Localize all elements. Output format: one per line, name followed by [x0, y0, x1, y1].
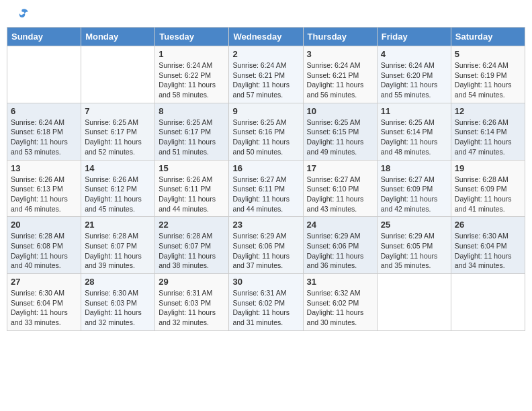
- day-number: 3: [307, 49, 373, 59]
- day-number: 20: [11, 220, 77, 230]
- day-cell: 8Sunrise: 6:25 AMSunset: 6:17 PMDaylight…: [155, 103, 229, 160]
- header-day-thursday: Thursday: [303, 28, 377, 46]
- day-number: 14: [85, 163, 151, 173]
- day-info: Sunrise: 6:32 AMSunset: 6:02 PMDaylight:…: [307, 288, 373, 328]
- day-number: 31: [307, 277, 373, 287]
- day-info: Sunrise: 6:25 AMSunset: 6:17 PMDaylight:…: [85, 118, 151, 157]
- day-info: Sunrise: 6:28 AMSunset: 6:09 PMDaylight:…: [455, 175, 521, 214]
- day-info: Sunrise: 6:24 AMSunset: 6:21 PMDaylight:…: [232, 60, 299, 100]
- day-cell: 25Sunrise: 6:29 AMSunset: 6:05 PMDayligh…: [377, 217, 451, 274]
- day-info: Sunrise: 6:26 AMSunset: 6:11 PMDaylight:…: [159, 175, 225, 214]
- calendar-table: SundayMondayTuesdayWednesdayThursdayFrid…: [7, 27, 525, 331]
- day-info: Sunrise: 6:28 AMSunset: 6:08 PMDaylight:…: [11, 231, 77, 271]
- header-day-sunday: Sunday: [7, 28, 81, 46]
- day-info: Sunrise: 6:27 AMSunset: 6:09 PMDaylight:…: [381, 175, 447, 214]
- day-number: 8: [159, 106, 225, 116]
- day-cell: 12Sunrise: 6:26 AMSunset: 6:14 PMDayligh…: [451, 103, 525, 160]
- day-number: 1: [159, 49, 225, 59]
- day-info: Sunrise: 6:24 AMSunset: 6:21 PMDaylight:…: [307, 60, 373, 100]
- day-number: 25: [381, 220, 447, 230]
- day-number: 22: [159, 220, 225, 230]
- day-cell: 3Sunrise: 6:24 AMSunset: 6:21 PMDaylight…: [303, 46, 377, 103]
- day-cell: 7Sunrise: 6:25 AMSunset: 6:17 PMDaylight…: [81, 103, 155, 160]
- day-cell: 16Sunrise: 6:27 AMSunset: 6:11 PMDayligh…: [229, 160, 303, 217]
- day-info: Sunrise: 6:26 AMSunset: 6:14 PMDaylight:…: [455, 118, 521, 157]
- week-row-2: 6Sunrise: 6:24 AMSunset: 6:18 PMDaylight…: [7, 103, 525, 160]
- day-cell: 9Sunrise: 6:25 AMSunset: 6:16 PMDaylight…: [229, 103, 303, 160]
- day-cell: [451, 274, 525, 331]
- day-info: Sunrise: 6:30 AMSunset: 6:03 PMDaylight:…: [85, 288, 151, 328]
- day-number: 27: [11, 277, 77, 287]
- week-row-4: 20Sunrise: 6:28 AMSunset: 6:08 PMDayligh…: [7, 217, 525, 274]
- day-number: 24: [307, 220, 373, 230]
- logo-bird-icon: [15, 7, 30, 21]
- day-number: 26: [455, 220, 521, 230]
- day-cell: 20Sunrise: 6:28 AMSunset: 6:08 PMDayligh…: [7, 217, 81, 274]
- header-row: SundayMondayTuesdayWednesdayThursdayFrid…: [7, 28, 525, 46]
- day-cell: 15Sunrise: 6:26 AMSunset: 6:11 PMDayligh…: [155, 160, 229, 217]
- day-cell: 31Sunrise: 6:32 AMSunset: 6:02 PMDayligh…: [303, 274, 377, 331]
- day-number: 15: [159, 163, 225, 173]
- day-cell: [7, 46, 81, 103]
- day-info: Sunrise: 6:26 AMSunset: 6:12 PMDaylight:…: [85, 175, 151, 214]
- day-cell: 11Sunrise: 6:25 AMSunset: 6:14 PMDayligh…: [377, 103, 451, 160]
- day-cell: 10Sunrise: 6:25 AMSunset: 6:15 PMDayligh…: [303, 103, 377, 160]
- day-info: Sunrise: 6:28 AMSunset: 6:07 PMDaylight:…: [85, 231, 151, 271]
- day-number: 30: [232, 277, 299, 287]
- day-cell: 6Sunrise: 6:24 AMSunset: 6:18 PMDaylight…: [7, 103, 81, 160]
- page-header: [7, 7, 525, 21]
- day-cell: 26Sunrise: 6:30 AMSunset: 6:04 PMDayligh…: [451, 217, 525, 274]
- day-info: Sunrise: 6:24 AMSunset: 6:18 PMDaylight:…: [11, 118, 77, 157]
- day-number: 9: [232, 106, 299, 116]
- day-number: 11: [381, 106, 447, 116]
- header-day-friday: Friday: [377, 28, 451, 46]
- day-info: Sunrise: 6:25 AMSunset: 6:14 PMDaylight:…: [381, 118, 447, 157]
- day-cell: 19Sunrise: 6:28 AMSunset: 6:09 PMDayligh…: [451, 160, 525, 217]
- day-number: 2: [232, 49, 299, 59]
- day-number: 17: [307, 163, 373, 173]
- day-cell: 24Sunrise: 6:29 AMSunset: 6:06 PMDayligh…: [303, 217, 377, 274]
- day-number: 5: [455, 49, 521, 59]
- day-number: 29: [159, 277, 225, 287]
- day-info: Sunrise: 6:30 AMSunset: 6:04 PMDaylight:…: [11, 288, 77, 328]
- day-number: 18: [381, 163, 447, 173]
- day-info: Sunrise: 6:29 AMSunset: 6:05 PMDaylight:…: [381, 231, 447, 271]
- day-info: Sunrise: 6:24 AMSunset: 6:19 PMDaylight:…: [455, 60, 521, 100]
- day-info: Sunrise: 6:24 AMSunset: 6:20 PMDaylight:…: [381, 60, 447, 100]
- day-info: Sunrise: 6:31 AMSunset: 6:03 PMDaylight:…: [159, 288, 225, 328]
- day-cell: 5Sunrise: 6:24 AMSunset: 6:19 PMDaylight…: [451, 46, 525, 103]
- day-cell: [377, 274, 451, 331]
- week-row-5: 27Sunrise: 6:30 AMSunset: 6:04 PMDayligh…: [7, 274, 525, 331]
- day-cell: 13Sunrise: 6:26 AMSunset: 6:13 PMDayligh…: [7, 160, 81, 217]
- day-cell: 18Sunrise: 6:27 AMSunset: 6:09 PMDayligh…: [377, 160, 451, 217]
- logo: [13, 7, 30, 21]
- day-info: Sunrise: 6:31 AMSunset: 6:02 PMDaylight:…: [232, 288, 299, 328]
- day-info: Sunrise: 6:24 AMSunset: 6:22 PMDaylight:…: [159, 60, 225, 100]
- day-info: Sunrise: 6:29 AMSunset: 6:06 PMDaylight:…: [307, 231, 373, 271]
- day-cell: 27Sunrise: 6:30 AMSunset: 6:04 PMDayligh…: [7, 274, 81, 331]
- day-cell: 14Sunrise: 6:26 AMSunset: 6:12 PMDayligh…: [81, 160, 155, 217]
- week-row-3: 13Sunrise: 6:26 AMSunset: 6:13 PMDayligh…: [7, 160, 525, 217]
- day-number: 28: [85, 277, 151, 287]
- header-day-monday: Monday: [81, 28, 155, 46]
- day-info: Sunrise: 6:27 AMSunset: 6:11 PMDaylight:…: [232, 175, 299, 214]
- day-cell: 29Sunrise: 6:31 AMSunset: 6:03 PMDayligh…: [155, 274, 229, 331]
- day-number: 6: [11, 106, 77, 116]
- day-number: 19: [455, 163, 521, 173]
- day-number: 16: [232, 163, 299, 173]
- day-cell: 2Sunrise: 6:24 AMSunset: 6:21 PMDaylight…: [229, 46, 303, 103]
- day-number: 21: [85, 220, 151, 230]
- day-cell: 23Sunrise: 6:29 AMSunset: 6:06 PMDayligh…: [229, 217, 303, 274]
- day-info: Sunrise: 6:25 AMSunset: 6:16 PMDaylight:…: [232, 118, 299, 157]
- day-info: Sunrise: 6:26 AMSunset: 6:13 PMDaylight:…: [11, 175, 77, 214]
- header-day-tuesday: Tuesday: [155, 28, 229, 46]
- day-cell: [81, 46, 155, 103]
- header-day-saturday: Saturday: [451, 28, 525, 46]
- day-cell: 17Sunrise: 6:27 AMSunset: 6:10 PMDayligh…: [303, 160, 377, 217]
- day-info: Sunrise: 6:30 AMSunset: 6:04 PMDaylight:…: [455, 231, 521, 271]
- day-number: 12: [455, 106, 521, 116]
- day-number: 10: [307, 106, 373, 116]
- day-info: Sunrise: 6:27 AMSunset: 6:10 PMDaylight:…: [307, 175, 373, 214]
- day-number: 23: [232, 220, 299, 230]
- header-day-wednesday: Wednesday: [229, 28, 303, 46]
